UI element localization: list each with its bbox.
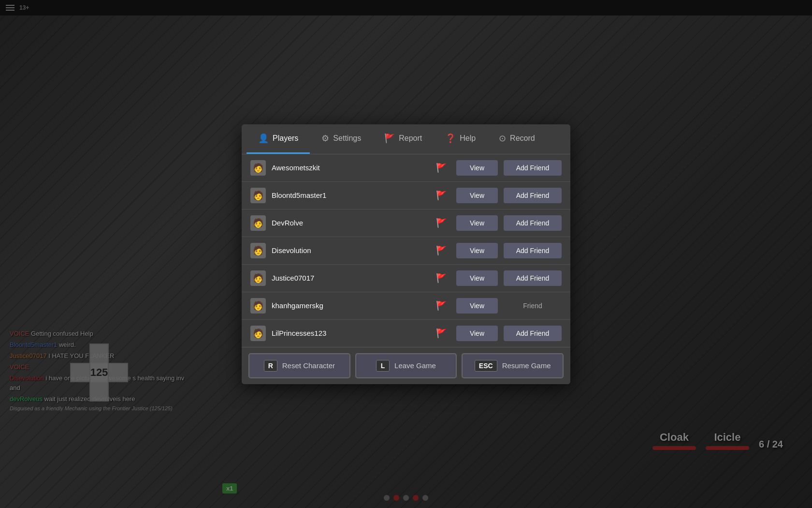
tab-report-label: Report	[399, 134, 422, 143]
table-row: 🧑 Awesometszkit 🚩 View Add Friend	[242, 154, 570, 182]
tab-record-label: Record	[510, 134, 535, 143]
table-row: 🧑 DevRolve 🚩 View Add Friend	[242, 209, 570, 237]
report-flag-button[interactable]: 🚩	[432, 243, 450, 258]
add-friend-button[interactable]: Add Friend	[504, 160, 562, 176]
report-flag-button[interactable]: 🚩	[432, 161, 450, 175]
reset-character-label: Reset Character	[282, 361, 335, 370]
player-name: Bloontd5master1	[272, 191, 426, 199]
view-button[interactable]: View	[456, 243, 498, 258]
avatar: 🧑	[250, 326, 266, 341]
settings-tab-icon: ⚙	[321, 133, 329, 144]
reset-key-badge: R	[264, 360, 277, 372]
table-row: 🧑 khanhgamerskg 🚩 View Friend	[242, 292, 570, 320]
report-flag-button[interactable]: 🚩	[432, 216, 450, 230]
tab-players[interactable]: 👤 Players	[246, 124, 310, 154]
avatar: 🧑	[250, 298, 266, 314]
players-modal: 👤 Players ⚙ Settings 🚩 Report ❓ Help ⊙ R…	[242, 124, 570, 384]
player-name: LilPrincesses123	[272, 329, 426, 337]
view-button[interactable]: View	[456, 160, 498, 176]
add-friend-button[interactable]: Add Friend	[504, 215, 562, 231]
report-flag-button[interactable]: 🚩	[432, 188, 450, 203]
resume-game-button[interactable]: ESC Resume Game	[462, 353, 564, 378]
modal-overlay: 👤 Players ⚙ Settings 🚩 Report ❓ Help ⊙ R…	[0, 0, 812, 508]
table-row: 🧑 Bloontd5master1 🚩 View Add Friend	[242, 182, 570, 209]
report-flag-button[interactable]: 🚩	[432, 299, 450, 313]
table-row: 🧑 Justice07017 🚩 View Add Friend	[242, 265, 570, 292]
player-name: DevRolve	[272, 219, 426, 227]
player-list: 🧑 Awesometszkit 🚩 View Add Friend 🧑 Bloo…	[242, 154, 570, 347]
add-friend-button[interactable]: Add Friend	[504, 188, 562, 203]
resume-game-label: Resume Game	[502, 361, 551, 370]
avatar: 🧑	[250, 160, 266, 176]
table-row: 🧑 LilPrincesses123 🚩 View Add Friend	[242, 320, 570, 347]
view-button[interactable]: View	[456, 270, 498, 286]
tab-bar: 👤 Players ⚙ Settings 🚩 Report ❓ Help ⊙ R…	[242, 124, 570, 154]
view-button[interactable]: View	[456, 188, 498, 203]
reset-character-button[interactable]: R Reset Character	[248, 353, 350, 378]
view-button[interactable]: View	[456, 298, 498, 314]
friend-status-label: Friend	[504, 302, 562, 310]
add-friend-button[interactable]: Add Friend	[504, 243, 562, 258]
avatar: 🧑	[250, 243, 266, 258]
player-name: Awesometszkit	[272, 164, 426, 172]
players-tab-icon: 👤	[258, 133, 269, 144]
help-tab-icon: ❓	[445, 133, 456, 144]
add-friend-button[interactable]: Add Friend	[504, 270, 562, 286]
add-friend-button[interactable]: Add Friend	[504, 326, 562, 341]
view-button[interactable]: View	[456, 326, 498, 341]
player-name: khanhgamerskg	[272, 301, 426, 310]
tab-players-label: Players	[273, 134, 298, 143]
record-tab-icon: ⊙	[499, 133, 506, 144]
tab-report[interactable]: 🚩 Report	[373, 124, 434, 154]
report-flag-button[interactable]: 🚩	[432, 326, 450, 341]
tab-help[interactable]: ❓ Help	[434, 124, 487, 154]
tab-help-label: Help	[460, 134, 476, 143]
resume-key-badge: ESC	[475, 360, 497, 372]
leave-game-label: Leave Game	[394, 361, 436, 370]
table-row: 🧑 Disevolution 🚩 View Add Friend	[242, 237, 570, 265]
player-name: Justice07017	[272, 274, 426, 282]
avatar: 🧑	[250, 215, 266, 231]
modal-footer: R Reset Character L Leave Game ESC Resum…	[242, 347, 570, 384]
view-button[interactable]: View	[456, 215, 498, 231]
leave-key-badge: L	[376, 360, 390, 372]
avatar: 🧑	[250, 188, 266, 203]
tab-settings[interactable]: ⚙ Settings	[310, 124, 373, 154]
leave-game-button[interactable]: L Leave Game	[355, 353, 457, 378]
player-name: Disevolution	[272, 246, 426, 254]
tab-settings-label: Settings	[333, 134, 361, 143]
report-flag-button[interactable]: 🚩	[432, 271, 450, 285]
avatar: 🧑	[250, 270, 266, 286]
tab-record[interactable]: ⊙ Record	[487, 124, 547, 154]
report-tab-icon: 🚩	[384, 133, 395, 144]
